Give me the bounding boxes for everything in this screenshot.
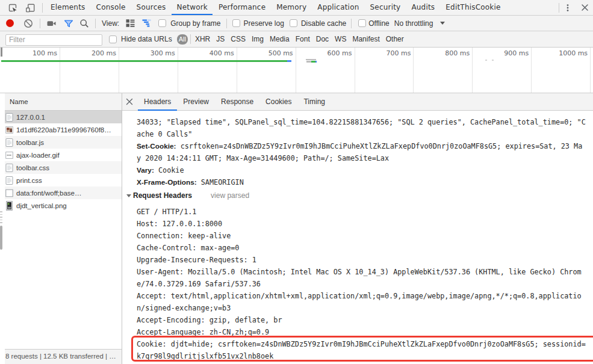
filter-type-doc[interactable]: Doc [316,35,329,43]
timeline-tick-label: 700 ms [368,49,411,57]
response-headers-lines: 34033; "Elapsed time", SQLPanel_sql_time… [122,116,593,188]
view-parsed-link[interactable]: view parsed [211,191,249,200]
detail-tab-timing[interactable]: Timing [297,93,331,110]
filter-type-ws[interactable]: WS [335,35,346,43]
timeline-gridline [472,48,473,93]
filter-funnel-icon[interactable] [64,19,73,28]
header-name: Vary: [137,166,154,174]
hide-data-urls-checkbox[interactable] [109,35,117,43]
detail-tab-cookies[interactable]: Cookies [259,93,297,110]
tab-sources[interactable]: Sources [131,0,172,15]
request-row-1d1df6220ab711e9996760f8-[interactable]: 1d1df6220ab711e9996760f8… [5,123,122,136]
page-scroll-dash [0,214,2,215]
large-request-rows-icon[interactable] [126,19,135,28]
request-row-ajax-loader.gif[interactable]: ajax-loader.gif [5,149,122,161]
request-name: ajax-loader.gif [16,152,60,159]
detail-tab-headers[interactable]: Headers [138,93,177,110]
clear-network-log-icon[interactable] [23,19,33,28]
blank-file-icon [5,188,13,198]
page-scroll-dash [0,211,2,212]
detail-tab-preview[interactable]: Preview [177,93,215,110]
header-value: ache 0 Calls" [137,130,192,138]
disable-cache-label: Disable cache [301,19,346,28]
tab-editthiscookie[interactable]: EditThisCookie [440,0,506,15]
filter-type-manifest[interactable]: Manifest [352,35,379,43]
request-name: 127.0.0.1 [16,114,45,121]
request-row-toolbar.css[interactable]: toolbar.css [5,161,122,174]
filter-type-all-pill[interactable]: All [177,34,188,45]
device-toolbar-icon[interactable] [25,3,36,13]
raw-request-header-line: k7qr98l9gdlritjslxfb51vx2lnb8oek [122,350,593,362]
filter-type-img[interactable]: Img [252,35,264,43]
request-row-djdt-vertical.png[interactable]: djdt_vertical.png [5,199,122,212]
name-column-header[interactable]: Name [5,93,122,111]
filter-type-xhr[interactable]: XHR [195,35,210,43]
detail-tab-bar: Headers Preview Response Cookies Timing [122,93,593,111]
toolbar-separator [190,34,191,44]
tab-elements[interactable]: Elements [45,0,91,15]
toolbar-separator [351,19,352,28]
tab-network[interactable]: Network [171,0,213,15]
disable-cache-checkbox[interactable] [290,19,297,27]
show-overview-icon[interactable] [142,19,152,28]
page-scrollbar-thumb[interactable] [0,226,2,250]
raw-request-header-line: Upgrade-Insecure-Requests: 1 [122,254,593,266]
collapse-triangle-icon[interactable] [126,194,131,197]
request-row-print.css[interactable]: print.css [5,174,122,187]
kebab-menu-icon[interactable] [559,0,576,15]
request-row-data-font-woff-base-[interactable]: data:font/woff;base… [5,187,122,199]
raw-request-header-line: User-Agent: Mozilla/5.0 (Macintosh; Inte… [122,266,593,278]
filter-type-font[interactable]: Font [296,35,310,43]
close-devtools-icon[interactable] [576,0,593,15]
toolbar-separator [95,19,96,28]
timeline-tick-label: 1000 ms [545,49,588,57]
raw-request-headers-lines: GET / HTTP/1.1Host: 127.0.0.1:8000Connec… [122,206,593,362]
group-by-frame-checkbox[interactable] [158,19,166,27]
header-name: Set-Cookie: [137,142,176,150]
timeline-tick-label: 400 ms [192,49,234,57]
close-details-icon[interactable] [126,98,133,105]
filter-type-media[interactable]: Media [270,35,290,43]
inspect-element-icon[interactable] [8,3,17,13]
toolbar-separator [42,3,43,13]
raw-request-header-line: Accept: text/html,application/xhtml+xml,… [122,290,593,302]
capture-screenshots-icon[interactable] [47,19,56,28]
response-header-line: 34033; "Elapsed time", SQLPanel_sql_time… [122,116,593,128]
request-row-127.0.0.1[interactable]: 127.0.0.1 [5,111,122,123]
network-overview-timeline[interactable]: 100 ms200 ms300 ms400 ms500 ms600 ms700 … [0,48,593,93]
record-network-log-button[interactable] [6,19,14,27]
offline-label: Offline [368,19,389,28]
tab-performance[interactable]: Performance [213,0,271,15]
filter-input[interactable] [5,34,102,46]
overview-bar-main-request-blue-tip [287,60,291,62]
tab-memory[interactable]: Memory [271,0,312,15]
preserve-log-checkbox[interactable] [232,19,240,27]
response-header-line: Set-Cookie: csrftoken=z4sDnWBZDz5Y9zIvr0… [122,140,593,152]
filter-type-css[interactable]: CSS [231,35,246,43]
request-row-toolbar.js[interactable]: toolbar.js [5,136,122,149]
filter-type-js[interactable]: JS [216,35,225,43]
throttling-select[interactable]: No throttling [394,19,433,28]
offline-checkbox[interactable] [358,19,366,27]
tab-audits[interactable]: Audits [406,0,440,15]
network-summary-bar: 8 requests | 12.5 KB transferred | … [5,349,122,364]
overview-bar-cluster-gray-top [306,59,316,61]
network-filter-bar: Hide data URLs All XHRJSCSSImgMediaFontD… [0,31,593,48]
timeline-gridline [178,48,178,93]
throttling-dropdown-arrow-icon[interactable] [440,22,445,25]
timeline-tick-label: 500 ms [251,49,293,57]
raw-request-header-line: GET / HTTP/1.1 [122,206,593,218]
request-headers-section-header[interactable]: Request Headers view parsed [122,190,593,202]
raw-request-header-line: Host: 127.0.0.1:8000 [122,218,593,230]
response-header-line: ache 0 Calls" [122,128,593,140]
network-panels: Name 127.0.0.11d1df6220ab711e9996760f8…t… [0,93,593,364]
timeline-gridline [590,48,591,93]
detail-tab-response[interactable]: Response [215,93,259,110]
tab-console[interactable]: Console [91,0,131,15]
tab-application[interactable]: Application [312,0,364,15]
timeline-gridline [60,48,60,93]
tab-security[interactable]: Security [365,0,406,15]
filter-type-other[interactable]: Other [386,35,404,43]
search-icon[interactable] [79,19,89,28]
raw-request-header-line: Connection: keep-alive [122,230,593,242]
